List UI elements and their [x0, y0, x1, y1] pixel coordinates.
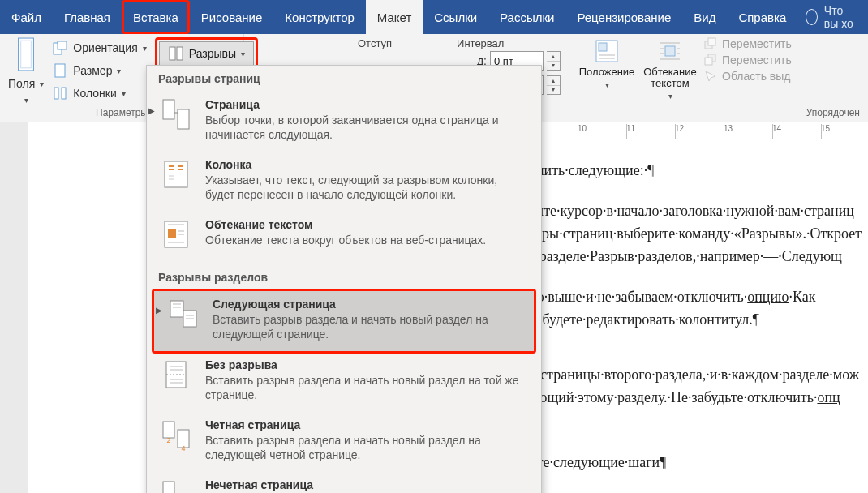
- breaks-label: Разрывы: [189, 47, 236, 60]
- wrap-text-button[interactable]: Обтекание текстом ▾: [641, 37, 699, 102]
- break-continuous-item[interactable]: Без разрыва Вставить разрыв раздела и на…: [147, 352, 541, 412]
- svg-rect-40: [170, 301, 183, 317]
- doc-line: ы·будете·редактировать·колонтитул.¶: [529, 308, 868, 331]
- spinner-arrows[interactable]: ▲▼: [547, 75, 561, 95]
- break-next-page-icon: [165, 298, 201, 333]
- size-button[interactable]: Размер ▾: [52, 60, 146, 81]
- send-backward-button[interactable]: Переместить: [704, 54, 792, 66]
- break-even-page-icon: 24: [158, 418, 194, 454]
- svg-rect-13: [665, 46, 675, 56]
- break-next-page-desc: Вставить разрыв раздела и начать новый р…: [213, 312, 522, 341]
- doc-line: лнить·следующие:·¶: [529, 159, 868, 182]
- tab-layout[interactable]: Макет: [366, 0, 423, 34]
- tab-design[interactable]: Конструктор: [273, 0, 366, 34]
- size-label: Размер: [73, 64, 112, 77]
- tab-insert[interactable]: Вставка: [122, 0, 190, 34]
- doc-line: й·страницы·второго·раздела,·и·в·каждом·р…: [529, 363, 868, 386]
- margins-icon: [17, 37, 35, 71]
- orientation-button[interactable]: Ориентация ▾: [52, 37, 146, 58]
- svg-rect-10: [599, 43, 607, 51]
- break-wrap-desc: Обтекание текста вокруг объектов на веб-…: [205, 233, 530, 247]
- svg-rect-21: [708, 38, 715, 45]
- svg-rect-8: [177, 47, 183, 60]
- bring-forward-button[interactable]: Переместить: [704, 37, 792, 50]
- break-column-title: Колонка: [205, 158, 530, 171]
- dropdown-heading-page-breaks: Разрывы страниц: [147, 66, 541, 92]
- doc-line: ь·разделе·Разрыв·разделов,·например·—·Сл…: [529, 245, 868, 268]
- spinner-arrows[interactable]: ▲▼: [547, 51, 561, 71]
- break-column-item[interactable]: Колонка Указывает, что текст, следующий …: [147, 152, 541, 212]
- break-even-page-title: Четная страница: [205, 418, 530, 431]
- chevron-down-icon: ▾: [117, 66, 121, 75]
- tab-view[interactable]: Вид: [682, 0, 727, 34]
- send-backward-label: Переместить: [722, 54, 792, 66]
- break-odd-page-icon: [158, 478, 194, 493]
- wrap-text-icon: [656, 37, 684, 65]
- break-page-item[interactable]: ▶ Страница Выбор точки, в которой заканч…: [147, 92, 541, 152]
- titlebar: Файл Главная Вставка Рисование Конструкт…: [0, 0, 868, 34]
- indent-header: Отступ: [358, 37, 392, 49]
- option-link[interactable]: опц: [817, 389, 840, 405]
- tab-help[interactable]: Справка: [727, 0, 797, 34]
- svg-text:4: 4: [181, 444, 185, 451]
- svg-marker-24: [706, 71, 715, 81]
- orientation-label: Ориентация: [73, 41, 137, 54]
- selection-pane-label: Область выд: [722, 70, 791, 83]
- svg-rect-52: [163, 422, 174, 438]
- columns-label: Колонки: [73, 87, 116, 100]
- break-even-page-item[interactable]: 24 Четная страница Вставить разрыв разде…: [147, 412, 541, 472]
- selection-pane-button[interactable]: Область выд: [704, 70, 792, 83]
- break-page-title: Страница: [205, 98, 530, 111]
- break-wrap-item[interactable]: Обтекание текстом Обтекание текста вокру…: [147, 212, 541, 264]
- submenu-arrow-icon: ▶: [156, 306, 162, 315]
- breaks-dropdown: Разрывы страниц ▶ Страница Выбор точки, …: [146, 65, 542, 493]
- svg-rect-35: [168, 229, 176, 238]
- svg-rect-3: [58, 41, 67, 49]
- tell-me[interactable]: Что вы хо: [797, 4, 868, 30]
- option-link[interactable]: опцию: [747, 289, 789, 305]
- tab-mailings[interactable]: Рассылки: [488, 0, 565, 34]
- position-icon: [593, 37, 621, 65]
- size-icon: [52, 63, 68, 78]
- margins-label: Поля: [8, 77, 35, 90]
- columns-button[interactable]: Колонки ▾: [52, 83, 146, 104]
- doc-line: ующий·этому·разделу.·Не·забудьте·отключи…: [529, 386, 868, 409]
- tab-draw[interactable]: Рисование: [190, 0, 274, 34]
- tab-references[interactable]: Ссылки: [423, 0, 488, 34]
- break-wrap-icon: [158, 218, 194, 254]
- tab-home[interactable]: Главная: [53, 0, 122, 34]
- svg-rect-25: [163, 100, 174, 119]
- spacing-header: Интервал: [457, 37, 504, 49]
- break-next-page-item[interactable]: ▶ Следующая страница Вставить разрыв раз…: [154, 291, 534, 351]
- break-odd-page-title: Нечетная страница: [205, 478, 530, 491]
- chevron-down-icon: ▾: [122, 89, 126, 98]
- breaks-button[interactable]: Разрывы ▾: [159, 41, 254, 66]
- tab-review[interactable]: Рецензирование: [565, 0, 682, 34]
- chevron-down-icon: ▾: [143, 44, 147, 53]
- submenu-arrow-icon: ▶: [148, 106, 155, 115]
- breaks-icon: [168, 46, 184, 61]
- break-continuous-icon: [158, 358, 194, 394]
- break-wrap-title: Обтекание текстом: [205, 218, 530, 231]
- break-odd-page-item[interactable]: Нечетная страница: [147, 472, 541, 493]
- doc-line: но·выше·и·не·забываем·отключить·опцию·Ка…: [529, 285, 868, 308]
- bring-forward-label: Переместить: [722, 37, 792, 50]
- doc-line: ите·следующие·шаги¶: [529, 451, 868, 474]
- break-next-page-title: Следующая страница: [213, 298, 522, 311]
- bulb-icon: [806, 9, 818, 25]
- chevron-down-icon: ▾: [40, 79, 44, 88]
- doc-line: вите·курсор·в·начало·заголовка·нужной·ва…: [529, 199, 868, 222]
- tab-file[interactable]: Файл: [0, 0, 53, 34]
- margins-button[interactable]: Поля ▾: [8, 73, 44, 94]
- break-even-page-desc: Вставить разрыв раздела и начать новый р…: [205, 433, 530, 462]
- position-label: Положение: [579, 66, 635, 78]
- break-column-icon: [158, 158, 194, 194]
- svg-rect-6: [62, 88, 66, 99]
- wrap-label: Обтекание текстом: [641, 66, 699, 89]
- left-gutter: [0, 122, 28, 493]
- position-button[interactable]: Положение ▾: [578, 37, 636, 102]
- document-area[interactable]: лнить·следующие:·¶ вите·курсор·в·начало·…: [529, 139, 868, 488]
- svg-rect-26: [178, 109, 189, 129]
- svg-rect-27: [165, 161, 187, 187]
- svg-text:2: 2: [166, 436, 170, 444]
